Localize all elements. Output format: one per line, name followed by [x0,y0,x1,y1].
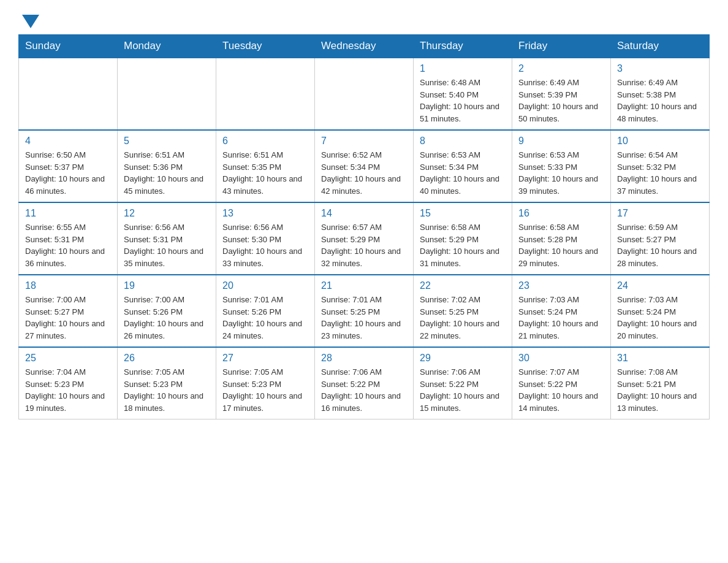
calendar-cell: 13Sunrise: 6:56 AMSunset: 5:30 PMDayligh… [216,202,315,275]
calendar-cell: 3Sunrise: 6:49 AMSunset: 5:38 PMDaylight… [611,58,710,130]
week-row-2: 4Sunrise: 6:50 AMSunset: 5:37 PMDaylight… [19,130,710,202]
day-number: 29 [420,353,506,364]
day-info: Sunrise: 7:03 AMSunset: 5:24 PMDaylight:… [518,294,604,342]
calendar-cell: 24Sunrise: 7:03 AMSunset: 5:24 PMDayligh… [611,275,710,347]
day-info: Sunrise: 6:52 AMSunset: 5:34 PMDaylight:… [321,149,407,197]
calendar-cell: 28Sunrise: 7:06 AMSunset: 5:22 PMDayligh… [315,347,414,419]
day-number: 13 [222,208,308,219]
day-number: 28 [321,353,407,364]
day-info: Sunrise: 6:53 AMSunset: 5:34 PMDaylight:… [420,149,506,197]
calendar-table: SundayMondayTuesdayWednesdayThursdayFrid… [18,34,710,419]
day-number: 11 [25,208,111,219]
calendar-cell: 9Sunrise: 6:53 AMSunset: 5:33 PMDaylight… [512,130,611,202]
day-number: 18 [25,280,111,291]
calendar-cell: 17Sunrise: 6:59 AMSunset: 5:27 PMDayligh… [611,202,710,275]
day-info: Sunrise: 6:51 AMSunset: 5:35 PMDaylight:… [222,149,308,197]
calendar-cell [118,58,216,130]
day-info: Sunrise: 6:57 AMSunset: 5:29 PMDaylight:… [321,221,407,269]
day-number: 16 [518,208,604,219]
day-info: Sunrise: 7:00 AMSunset: 5:27 PMDaylight:… [25,294,111,342]
day-info: Sunrise: 6:54 AMSunset: 5:32 PMDaylight:… [617,149,703,197]
day-number: 8 [420,136,506,147]
calendar-cell: 12Sunrise: 6:56 AMSunset: 5:31 PMDayligh… [118,202,216,275]
calendar-cell: 14Sunrise: 6:57 AMSunset: 5:29 PMDayligh… [315,202,414,275]
calendar-cell: 1Sunrise: 6:48 AMSunset: 5:40 PMDaylight… [414,58,512,130]
day-number: 21 [321,280,407,291]
calendar-cell: 19Sunrise: 7:00 AMSunset: 5:26 PMDayligh… [118,275,216,347]
day-number: 23 [518,280,604,291]
day-info: Sunrise: 7:07 AMSunset: 5:22 PMDaylight:… [518,366,604,414]
day-number: 26 [124,353,210,364]
day-header-wednesday: Wednesday [315,35,414,58]
day-header-saturday: Saturday [611,35,710,58]
calendar-cell: 23Sunrise: 7:03 AMSunset: 5:24 PMDayligh… [512,275,611,347]
day-number: 5 [124,136,210,147]
day-header-thursday: Thursday [414,35,512,58]
day-number: 4 [25,136,111,147]
calendar-cell: 11Sunrise: 6:55 AMSunset: 5:31 PMDayligh… [19,202,118,275]
calendar-cell [315,58,414,130]
day-info: Sunrise: 7:06 AMSunset: 5:22 PMDaylight:… [321,366,407,414]
day-number: 30 [518,353,604,364]
day-info: Sunrise: 6:56 AMSunset: 5:30 PMDaylight:… [222,221,308,269]
calendar-cell: 7Sunrise: 6:52 AMSunset: 5:34 PMDaylight… [315,130,414,202]
day-info: Sunrise: 7:02 AMSunset: 5:25 PMDaylight:… [420,294,506,342]
day-header-sunday: Sunday [19,35,118,58]
day-number: 12 [124,208,210,219]
day-number: 1 [420,63,506,74]
calendar-cell: 16Sunrise: 6:58 AMSunset: 5:28 PMDayligh… [512,202,611,275]
day-number: 15 [420,208,506,219]
calendar-cell: 6Sunrise: 6:51 AMSunset: 5:35 PMDaylight… [216,130,315,202]
day-number: 7 [321,136,407,147]
calendar-cell: 4Sunrise: 6:50 AMSunset: 5:37 PMDaylight… [19,130,118,202]
calendar-cell: 29Sunrise: 7:06 AMSunset: 5:22 PMDayligh… [414,347,512,419]
day-number: 22 [420,280,506,291]
day-info: Sunrise: 6:55 AMSunset: 5:31 PMDaylight:… [25,221,111,269]
calendar-cell: 20Sunrise: 7:01 AMSunset: 5:26 PMDayligh… [216,275,315,347]
week-row-5: 25Sunrise: 7:04 AMSunset: 5:23 PMDayligh… [19,347,710,419]
day-info: Sunrise: 6:51 AMSunset: 5:36 PMDaylight:… [124,149,210,197]
day-number: 10 [617,136,703,147]
day-header-friday: Friday [512,35,611,58]
calendar-cell: 8Sunrise: 6:53 AMSunset: 5:34 PMDaylight… [414,130,512,202]
day-info: Sunrise: 7:01 AMSunset: 5:26 PMDaylight:… [222,294,308,342]
day-info: Sunrise: 6:53 AMSunset: 5:33 PMDaylight:… [518,149,604,197]
day-info: Sunrise: 7:06 AMSunset: 5:22 PMDaylight:… [420,366,506,414]
calendar-cell [216,58,315,130]
day-number: 27 [222,353,308,364]
calendar-cell: 5Sunrise: 6:51 AMSunset: 5:36 PMDaylight… [118,130,216,202]
calendar-cell: 10Sunrise: 6:54 AMSunset: 5:32 PMDayligh… [611,130,710,202]
day-info: Sunrise: 7:03 AMSunset: 5:24 PMDaylight:… [617,294,703,342]
day-number: 2 [518,63,604,74]
day-number: 17 [617,208,703,219]
day-info: Sunrise: 6:49 AMSunset: 5:39 PMDaylight:… [518,77,604,124]
day-header-monday: Monday [118,35,216,58]
day-info: Sunrise: 6:48 AMSunset: 5:40 PMDaylight:… [420,77,506,124]
page-header [18,12,710,28]
calendar-cell: 21Sunrise: 7:01 AMSunset: 5:25 PMDayligh… [315,275,414,347]
calendar-cell: 31Sunrise: 7:08 AMSunset: 5:21 PMDayligh… [611,347,710,419]
calendar-cell: 30Sunrise: 7:07 AMSunset: 5:22 PMDayligh… [512,347,611,419]
day-number: 25 [25,353,111,364]
day-number: 3 [617,63,703,74]
day-info: Sunrise: 7:00 AMSunset: 5:26 PMDaylight:… [124,294,210,342]
day-number: 6 [222,136,308,147]
calendar-cell: 27Sunrise: 7:05 AMSunset: 5:23 PMDayligh… [216,347,315,419]
week-row-4: 18Sunrise: 7:00 AMSunset: 5:27 PMDayligh… [19,275,710,347]
calendar-cell [19,58,118,130]
day-info: Sunrise: 6:58 AMSunset: 5:28 PMDaylight:… [518,221,604,269]
day-info: Sunrise: 6:49 AMSunset: 5:38 PMDaylight:… [617,77,703,124]
calendar-cell: 22Sunrise: 7:02 AMSunset: 5:25 PMDayligh… [414,275,512,347]
week-row-3: 11Sunrise: 6:55 AMSunset: 5:31 PMDayligh… [19,202,710,275]
day-info: Sunrise: 7:01 AMSunset: 5:25 PMDaylight:… [321,294,407,342]
day-number: 31 [617,353,703,364]
day-info: Sunrise: 7:05 AMSunset: 5:23 PMDaylight:… [222,366,308,414]
calendar-header-row: SundayMondayTuesdayWednesdayThursdayFrid… [19,35,710,58]
day-number: 9 [518,136,604,147]
day-header-tuesday: Tuesday [216,35,315,58]
day-info: Sunrise: 7:08 AMSunset: 5:21 PMDaylight:… [617,366,703,414]
week-row-1: 1Sunrise: 6:48 AMSunset: 5:40 PMDaylight… [19,58,710,130]
logo-triangle-icon [22,15,39,28]
day-number: 20 [222,280,308,291]
day-info: Sunrise: 6:56 AMSunset: 5:31 PMDaylight:… [124,221,210,269]
